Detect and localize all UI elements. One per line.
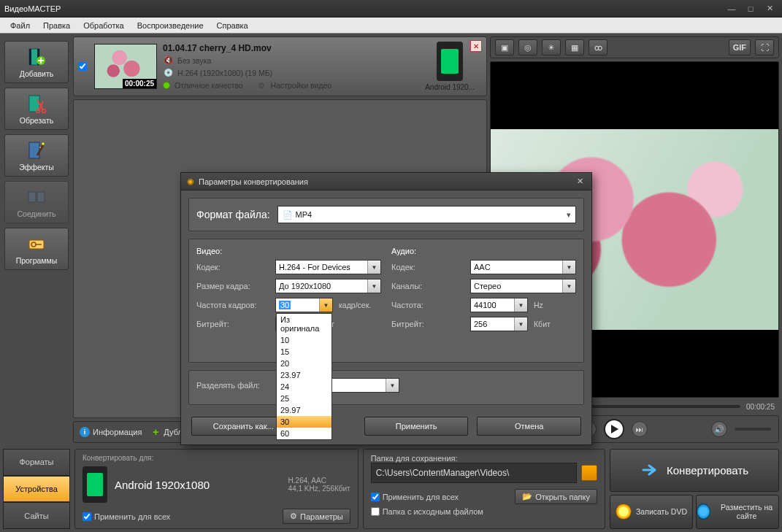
fps-option[interactable]: 23.97 <box>277 369 331 381</box>
minimize-button[interactable]: — <box>724 4 740 14</box>
tool-cut[interactable]: Обрезать <box>4 88 69 130</box>
output-device-preview: Android 1920... <box>425 42 475 91</box>
apply-button[interactable]: Применить <box>364 417 469 436</box>
dialog-title: Параметры конвертирования <box>199 177 308 186</box>
fps-option[interactable]: 25 <box>277 393 331 404</box>
tool-join[interactable]: Соединить <box>4 181 69 223</box>
brightness-icon[interactable]: ☀ <box>542 39 561 55</box>
tool-programs[interactable]: Программы <box>4 228 69 270</box>
file-info: 01.04.17 cherry_4 HD.mov 🔇Без звука 💿H.2… <box>163 43 419 90</box>
output-tabs: Форматы Устройства Сайты <box>3 449 70 529</box>
arrow-right-icon <box>640 460 659 479</box>
tool-effects[interactable]: Эффекты <box>4 134 69 177</box>
same-folder-checkbox[interactable]: Папка с исходным файлом <box>371 507 483 516</box>
ach-select[interactable]: Стерео▼ <box>470 279 576 293</box>
profile-meta2: 44,1 KHz, 256Кбит <box>288 485 350 493</box>
quality-text: Отличное качество <box>175 81 243 90</box>
file-format-select[interactable]: 📄 MP4 ▾ <box>277 206 576 223</box>
chevron-down-icon: ▾ <box>567 210 571 220</box>
abit-select[interactable]: 256▼ <box>470 317 528 331</box>
gear-icon: ⚙ <box>290 512 297 521</box>
preview-toolbar: ▣ ◎ ☀ ▦ ꝏ GIF ⛶ <box>490 36 779 58</box>
frame-icon[interactable]: ▦ <box>565 39 584 55</box>
key-icon <box>26 234 47 254</box>
acodec-select[interactable]: AAC▼ <box>470 260 576 274</box>
fps-option[interactable]: 15 <box>277 346 331 358</box>
dialog-titlebar[interactable]: ◉ Параметры конвертирования ✕ <box>181 173 591 190</box>
convert-button[interactable]: Конвертировать <box>610 449 779 492</box>
play-button[interactable] <box>604 419 624 439</box>
svg-point-6 <box>42 109 46 112</box>
tab-devices[interactable]: Устройства <box>3 476 70 503</box>
plus-icon: + <box>150 427 161 437</box>
audio-heading: Аудио: <box>391 247 576 255</box>
fps-option[interactable]: 30 <box>277 416 331 428</box>
gif-button[interactable]: GIF <box>729 39 751 55</box>
convert-params-dialog: ◉ Параметры конвертирования ✕ Формат фай… <box>180 172 592 445</box>
dialog-close-button[interactable]: ✕ <box>574 176 586 188</box>
tab-formats[interactable]: Форматы <box>3 449 70 476</box>
device-label: Android 1920... <box>425 83 475 91</box>
gear-icon[interactable]: ⚙ <box>256 80 267 90</box>
volume-slider[interactable] <box>735 428 771 431</box>
close-window-button[interactable]: ✕ <box>762 4 778 14</box>
vsize-select[interactable]: До 1920x1080▼ <box>275 279 381 293</box>
file-thumbnail[interactable]: 00:00:25 <box>94 44 157 89</box>
volume-icon[interactable]: 🔊 <box>711 421 727 437</box>
vid-settings-link[interactable]: Настройки видео <box>271 81 332 90</box>
fullscreen-icon[interactable]: ⛶ <box>755 39 774 55</box>
speaker-mute-icon: 🔇 <box>163 55 173 66</box>
fps-option[interactable]: 24 <box>277 381 331 393</box>
app-title-2: МАСТЕР <box>28 4 61 13</box>
afreq-select[interactable]: 44100▼ <box>470 298 528 312</box>
publish-button[interactable]: Разместить на сайте <box>696 495 779 529</box>
apply-all-checkbox[interactable]: Применить для всех <box>83 512 170 521</box>
menu-help[interactable]: Справка <box>211 20 254 31</box>
menu-playback[interactable]: Воспроизведение <box>131 20 210 31</box>
params-button[interactable]: ⚙Параметры <box>283 509 350 524</box>
speed-icon[interactable]: ꝏ <box>589 39 607 55</box>
android-device-icon <box>83 466 107 503</box>
cancel-button[interactable]: Отмена <box>477 417 581 436</box>
fps-option[interactable]: 60 <box>277 428 331 439</box>
main-area: Добавить Обрезать Эффекты Соединить Прог… <box>0 34 782 532</box>
film-fx-icon <box>26 140 47 161</box>
film-cut-icon <box>26 93 47 114</box>
svg-rect-8 <box>28 192 36 202</box>
audio-column: Аудио: Кодек:AAC▼ Каналы:Стерео▼ Частота… <box>391 247 576 355</box>
av-params-section: Видео: Кодек:H.264 - For Devices▼ Размер… <box>188 239 584 363</box>
open-folder-button[interactable]: 📂Открыть папку <box>515 489 597 504</box>
file-checkbox[interactable] <box>78 62 87 71</box>
menu-file[interactable]: Файл <box>4 20 36 31</box>
action-column: Конвертировать Записать DVD Разместить н… <box>610 449 779 529</box>
browse-folder-button[interactable] <box>581 465 597 481</box>
film-add-icon <box>26 47 47 67</box>
app-title-1: Видео <box>4 4 28 13</box>
maximize-button[interactable]: □ <box>743 4 759 14</box>
info-button[interactable]: iИнформация <box>80 427 142 437</box>
output-path[interactable]: C:\Users\ContentManager\Videos\ <box>371 463 577 483</box>
remove-file-button[interactable]: ✕ <box>470 40 482 52</box>
split-section: Разделять файл:▼ <box>188 370 584 405</box>
menu-process[interactable]: Обработка <box>77 20 129 31</box>
sf-apply-all-checkbox[interactable]: Применить для всех <box>371 493 459 501</box>
svg-rect-7 <box>29 142 39 158</box>
menu-edit[interactable]: Правка <box>37 20 76 31</box>
burn-dvd-button[interactable]: Записать DVD <box>610 495 693 529</box>
crop-icon[interactable]: ▣ <box>495 39 514 55</box>
next-button[interactable]: ⏭ <box>632 421 648 437</box>
fps-option[interactable]: Из оригинала <box>277 314 331 334</box>
vfps-select[interactable]: 30▼ Из оригинала10152023.97242529.973060 <box>275 298 333 312</box>
fps-option[interactable]: 29.97 <box>277 404 331 416</box>
fps-option[interactable]: 20 <box>277 358 331 369</box>
convert-for-panel: Конвертировать для: Android 1920x1080 H.… <box>74 449 359 529</box>
tab-sites[interactable]: Сайты <box>3 502 70 529</box>
fps-option[interactable]: 10 <box>277 334 331 346</box>
file-item[interactable]: 00:00:25 01.04.17 cherry_4 HD.mov 🔇Без з… <box>73 36 487 96</box>
adjust-icon[interactable]: ◎ <box>518 39 537 55</box>
video-heading: Видео: <box>196 247 381 255</box>
mp4-icon: 📄 <box>283 210 293 220</box>
folder-open-icon: 📂 <box>522 492 532 501</box>
vcodec-select[interactable]: H.264 - For Devices▼ <box>275 260 381 274</box>
tool-add[interactable]: Добавить <box>4 41 69 83</box>
